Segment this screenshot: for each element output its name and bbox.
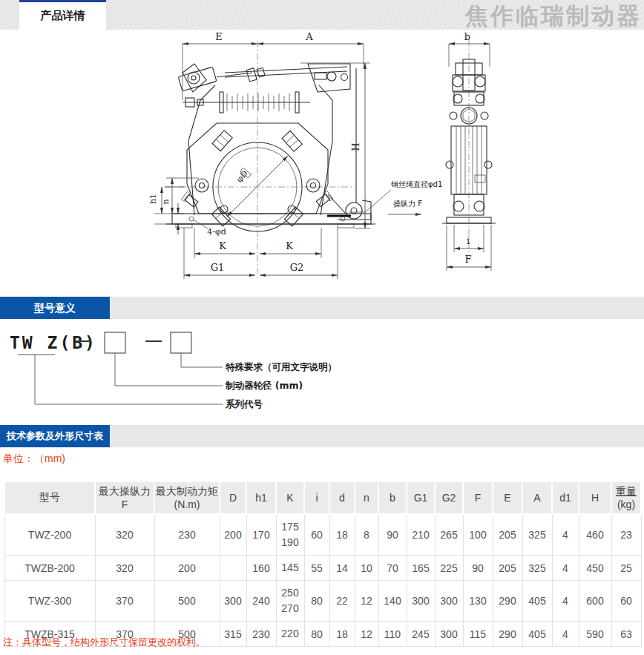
cell: 4	[552, 514, 579, 556]
cell: 110	[378, 622, 407, 647]
cell: 70	[378, 556, 407, 581]
model-prefix: TW Z(B)	[10, 333, 97, 352]
cell: 290	[493, 581, 522, 622]
cell: 210	[407, 514, 435, 556]
front-view: E A H	[148, 31, 442, 280]
cell: 225	[435, 556, 463, 581]
col-E: E	[493, 481, 522, 514]
cell: 200	[220, 514, 246, 556]
cell: 90	[378, 514, 407, 556]
table-header-row: 型号 最大操纵力F 最大制动力矩 (N.m) D h1 K i d n b G1…	[4, 481, 641, 514]
dim-label-A: A	[305, 31, 313, 42]
cell: 100	[463, 514, 493, 556]
cell-model: TWZ-300	[4, 581, 95, 622]
unit-note: 单位：（mm)	[3, 452, 65, 466]
cell: 300	[407, 581, 435, 622]
cell: 200	[154, 556, 220, 581]
col-b: b	[378, 481, 407, 514]
cell: 18	[329, 622, 355, 647]
spec-table: 型号 最大操纵力F 最大制动力矩 (N.m) D h1 K i d n b G1…	[4, 481, 642, 647]
cell: 450	[579, 556, 611, 581]
cell	[220, 556, 246, 581]
cell-model: TWZ-200	[4, 514, 95, 556]
cell: 245	[407, 622, 435, 647]
cell: 165	[407, 556, 435, 581]
col-G2: G2	[435, 481, 463, 514]
callout-special-requirements: 特殊要求（可用文字说明）	[225, 361, 337, 372]
col-i: i	[304, 481, 329, 514]
cell: 12	[355, 622, 378, 647]
cell: 60	[304, 514, 329, 556]
cell: 14	[329, 556, 355, 581]
cell: 590	[579, 622, 611, 647]
cell: 315	[220, 622, 246, 647]
table-row: TWZ-300 370 500 300 240 250 270 80 22 12…	[4, 581, 641, 622]
dim-label-n: n	[161, 199, 171, 204]
cell: 80	[304, 581, 329, 622]
col-F: F	[463, 481, 493, 514]
section-bar-specs: 技术参数及外形尺寸表	[0, 425, 644, 447]
cell: 205	[493, 556, 522, 581]
cell: 600	[579, 581, 611, 622]
col-d: d	[329, 481, 355, 514]
cell: 55	[304, 556, 329, 581]
cell: 500	[154, 581, 220, 622]
cell: 25	[611, 556, 641, 581]
section-title-model-meaning: 型号意义	[0, 297, 110, 319]
col-D: D	[220, 481, 246, 514]
cell: 175 190	[276, 514, 304, 556]
cell: 18	[329, 514, 355, 556]
cell: 405	[522, 581, 552, 622]
cell: 220	[276, 622, 304, 647]
cell: 250 270	[276, 581, 304, 622]
cell: 12	[355, 581, 378, 622]
callout-series-code: 系列代号	[225, 398, 263, 409]
col-A: A	[522, 481, 552, 514]
cell-model: TWZB-200	[4, 556, 95, 581]
cell: 10	[355, 556, 378, 581]
col-weight-unit: (kg)	[617, 498, 635, 510]
dim-label-phiD: φD	[234, 168, 250, 184]
cell: 370	[95, 581, 154, 622]
cell: 4	[552, 581, 579, 622]
cell: 405	[522, 622, 552, 647]
cell: 22	[329, 581, 355, 622]
section-title-specs: 技术参数及外形尺寸表	[0, 425, 110, 447]
cell: 60	[611, 581, 641, 622]
footnote: 注：具体型号，结构外形尺寸保留更改的权利。	[3, 636, 206, 649]
cell: 145	[276, 556, 304, 581]
model-box-special	[171, 332, 191, 353]
table-row: TWZB-200 320 200 160 145 55 14 10 70 165…	[4, 556, 641, 581]
top-tab-bar: 产品详情	[0, 0, 644, 30]
cell: 115	[463, 622, 493, 647]
dim-label-G2: G2	[290, 262, 304, 273]
model-meaning-diagram: TW Z(B) 特殊要求（可用文字说明） 制动器轮径 (mm) 系列代号	[0, 319, 644, 423]
cell: 90	[463, 556, 493, 581]
cell: 300	[435, 581, 463, 622]
cell: 325	[522, 556, 552, 581]
col-weight: 重量(kg)	[611, 481, 641, 514]
cell: 80	[304, 622, 329, 647]
col-model: 型号	[4, 481, 95, 514]
tab-product-details[interactable]: 产品详情	[19, 0, 106, 30]
dim-label-E: E	[215, 31, 223, 42]
cell: 460	[579, 514, 611, 556]
cell: 205	[493, 514, 522, 556]
section-bar-model-meaning: 型号意义	[0, 297, 644, 319]
dim-label-h1: h1	[148, 194, 158, 204]
dim-label-b: b	[464, 31, 470, 42]
cell: 170	[246, 514, 276, 556]
cell: 4	[552, 622, 579, 647]
col-K: K	[276, 481, 304, 514]
dim-label-holes: 4-φd	[207, 227, 226, 237]
annotation-operating-force: 操纵力 F	[393, 200, 422, 208]
cell: 325	[522, 514, 552, 556]
col-d1: d1	[552, 481, 579, 514]
cell: 8	[355, 514, 378, 556]
col-h1: h1	[246, 481, 276, 514]
cell: 63	[611, 622, 641, 647]
dim-label-F: F	[464, 254, 471, 265]
cell: 320	[95, 556, 154, 581]
side-view: b i F	[442, 31, 496, 271]
dim-label-i: i	[467, 235, 470, 246]
